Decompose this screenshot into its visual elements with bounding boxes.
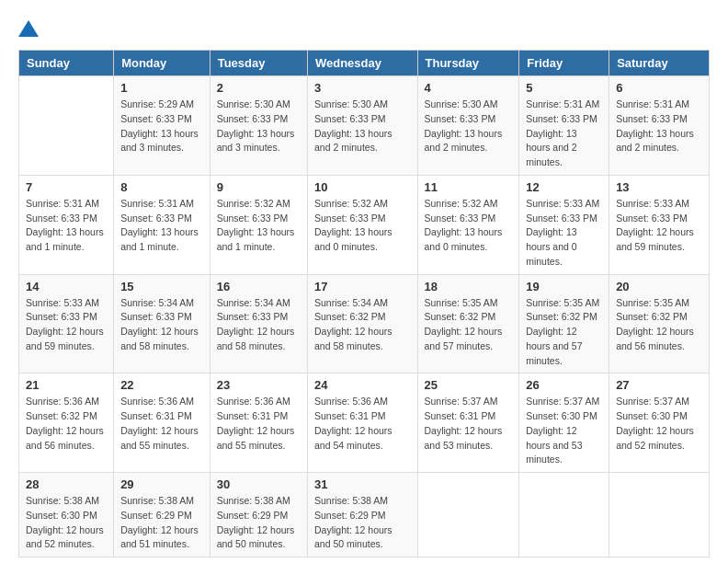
calendar-cell: 17Sunrise: 5:34 AMSunset: 6:32 PMDayligh… bbox=[307, 274, 417, 373]
calendar-cell: 18Sunrise: 5:35 AMSunset: 6:32 PMDayligh… bbox=[417, 274, 519, 373]
day-number: 21 bbox=[26, 378, 107, 392]
day-number: 17 bbox=[314, 280, 411, 293]
day-number: 12 bbox=[526, 180, 602, 194]
day-detail: Sunrise: 5:33 AMSunset: 6:33 PMDaylight:… bbox=[616, 197, 702, 255]
day-detail: Sunrise: 5:36 AMSunset: 6:32 PMDaylight:… bbox=[26, 395, 107, 453]
calendar-cell: 22Sunrise: 5:36 AMSunset: 6:31 PMDayligh… bbox=[114, 373, 210, 473]
calendar-cell: 1Sunrise: 5:29 AMSunset: 6:33 PMDaylight… bbox=[114, 76, 210, 176]
day-number: 14 bbox=[26, 280, 107, 293]
calendar-header-monday: Monday bbox=[114, 51, 210, 76]
day-number: 20 bbox=[616, 280, 702, 293]
day-number: 13 bbox=[616, 180, 702, 194]
calendar-cell: 14Sunrise: 5:33 AMSunset: 6:33 PMDayligh… bbox=[19, 274, 114, 373]
calendar-header-saturday: Saturday bbox=[609, 51, 710, 76]
day-detail: Sunrise: 5:33 AMSunset: 6:33 PMDaylight:… bbox=[526, 197, 602, 270]
day-number: 7 bbox=[26, 180, 107, 194]
calendar-cell: 8Sunrise: 5:31 AMSunset: 6:33 PMDaylight… bbox=[114, 175, 210, 274]
day-detail: Sunrise: 5:34 AMSunset: 6:33 PMDaylight:… bbox=[120, 296, 203, 354]
day-number: 10 bbox=[314, 180, 411, 194]
calendar-cell: 28Sunrise: 5:38 AMSunset: 6:30 PMDayligh… bbox=[19, 473, 114, 557]
day-detail: Sunrise: 5:32 AMSunset: 6:33 PMDaylight:… bbox=[217, 197, 301, 255]
calendar-cell: 12Sunrise: 5:33 AMSunset: 6:33 PMDayligh… bbox=[519, 175, 609, 274]
calendar-cell: 15Sunrise: 5:34 AMSunset: 6:33 PMDayligh… bbox=[114, 274, 210, 373]
calendar-table: SundayMondayTuesdayWednesdayThursdayFrid… bbox=[18, 50, 710, 557]
day-number: 29 bbox=[120, 477, 203, 491]
day-number: 23 bbox=[217, 378, 301, 392]
day-detail: Sunrise: 5:33 AMSunset: 6:33 PMDaylight:… bbox=[26, 296, 107, 354]
calendar-header-wednesday: Wednesday bbox=[307, 51, 417, 76]
calendar-cell: 10Sunrise: 5:32 AMSunset: 6:33 PMDayligh… bbox=[307, 175, 417, 274]
day-detail: Sunrise: 5:35 AMSunset: 6:32 PMDaylight:… bbox=[616, 296, 702, 354]
calendar-week-row: 7Sunrise: 5:31 AMSunset: 6:33 PMDaylight… bbox=[19, 175, 710, 274]
calendar-header-row: SundayMondayTuesdayWednesdayThursdayFrid… bbox=[19, 51, 710, 76]
calendar-cell: 30Sunrise: 5:38 AMSunset: 6:29 PMDayligh… bbox=[210, 473, 307, 557]
day-number: 26 bbox=[526, 378, 602, 392]
calendar-cell: 7Sunrise: 5:31 AMSunset: 6:33 PMDaylight… bbox=[19, 175, 114, 274]
calendar-cell: 3Sunrise: 5:30 AMSunset: 6:33 PMDaylight… bbox=[307, 76, 417, 176]
day-detail: Sunrise: 5:30 AMSunset: 6:33 PMDaylight:… bbox=[314, 98, 411, 155]
day-number: 5 bbox=[526, 81, 602, 95]
day-detail: Sunrise: 5:35 AMSunset: 6:32 PMDaylight:… bbox=[526, 296, 602, 369]
calendar-cell: 6Sunrise: 5:31 AMSunset: 6:33 PMDaylight… bbox=[609, 76, 710, 176]
calendar-cell: 4Sunrise: 5:30 AMSunset: 6:33 PMDaylight… bbox=[417, 76, 519, 176]
day-number: 25 bbox=[425, 378, 513, 392]
calendar-cell: 5Sunrise: 5:31 AMSunset: 6:33 PMDaylight… bbox=[519, 76, 609, 176]
calendar-cell: 16Sunrise: 5:34 AMSunset: 6:33 PMDayligh… bbox=[210, 274, 307, 373]
day-number: 9 bbox=[217, 180, 301, 194]
day-number: 28 bbox=[26, 477, 107, 491]
day-detail: Sunrise: 5:36 AMSunset: 6:31 PMDaylight:… bbox=[120, 395, 203, 453]
calendar-cell bbox=[417, 473, 519, 557]
calendar-week-row: 14Sunrise: 5:33 AMSunset: 6:33 PMDayligh… bbox=[19, 274, 710, 373]
svg-marker-0 bbox=[18, 20, 39, 37]
day-number: 3 bbox=[314, 81, 411, 95]
day-number: 2 bbox=[217, 81, 301, 95]
calendar-cell: 29Sunrise: 5:38 AMSunset: 6:29 PMDayligh… bbox=[114, 473, 210, 557]
day-number: 4 bbox=[425, 81, 513, 95]
day-number: 24 bbox=[314, 378, 411, 392]
calendar-cell: 23Sunrise: 5:36 AMSunset: 6:31 PMDayligh… bbox=[210, 373, 307, 473]
day-detail: Sunrise: 5:31 AMSunset: 6:33 PMDaylight:… bbox=[616, 98, 702, 155]
calendar-week-row: 21Sunrise: 5:36 AMSunset: 6:32 PMDayligh… bbox=[19, 373, 710, 473]
calendar-cell: 20Sunrise: 5:35 AMSunset: 6:32 PMDayligh… bbox=[609, 274, 710, 373]
calendar-cell: 24Sunrise: 5:36 AMSunset: 6:31 PMDayligh… bbox=[307, 373, 417, 473]
calendar-cell: 9Sunrise: 5:32 AMSunset: 6:33 PMDaylight… bbox=[210, 175, 307, 274]
day-detail: Sunrise: 5:31 AMSunset: 6:33 PMDaylight:… bbox=[120, 197, 203, 255]
day-number: 30 bbox=[217, 477, 301, 491]
day-number: 6 bbox=[616, 81, 702, 95]
day-detail: Sunrise: 5:36 AMSunset: 6:31 PMDaylight:… bbox=[217, 395, 301, 453]
day-detail: Sunrise: 5:37 AMSunset: 6:30 PMDaylight:… bbox=[616, 395, 702, 453]
calendar-cell: 21Sunrise: 5:36 AMSunset: 6:32 PMDayligh… bbox=[19, 373, 114, 473]
day-number: 1 bbox=[120, 81, 203, 95]
day-detail: Sunrise: 5:34 AMSunset: 6:32 PMDaylight:… bbox=[314, 296, 411, 354]
calendar-cell: 27Sunrise: 5:37 AMSunset: 6:30 PMDayligh… bbox=[609, 373, 710, 473]
day-number: 31 bbox=[314, 477, 411, 491]
day-number: 11 bbox=[425, 180, 513, 194]
day-detail: Sunrise: 5:30 AMSunset: 6:33 PMDaylight:… bbox=[217, 98, 301, 155]
day-detail: Sunrise: 5:38 AMSunset: 6:29 PMDaylight:… bbox=[120, 494, 203, 552]
calendar-cell: 26Sunrise: 5:37 AMSunset: 6:30 PMDayligh… bbox=[519, 373, 609, 473]
calendar-header-tuesday: Tuesday bbox=[210, 51, 307, 76]
day-number: 27 bbox=[616, 378, 702, 392]
logo-triangle-icon bbox=[18, 18, 39, 39]
calendar-cell: 11Sunrise: 5:32 AMSunset: 6:33 PMDayligh… bbox=[417, 175, 519, 274]
day-detail: Sunrise: 5:37 AMSunset: 6:30 PMDaylight:… bbox=[526, 395, 602, 467]
calendar-cell: 31Sunrise: 5:38 AMSunset: 6:29 PMDayligh… bbox=[307, 473, 417, 557]
day-detail: Sunrise: 5:32 AMSunset: 6:33 PMDaylight:… bbox=[314, 197, 411, 255]
day-detail: Sunrise: 5:36 AMSunset: 6:31 PMDaylight:… bbox=[314, 395, 411, 453]
day-detail: Sunrise: 5:31 AMSunset: 6:33 PMDaylight:… bbox=[26, 197, 107, 255]
day-number: 15 bbox=[120, 280, 203, 293]
calendar-cell: 19Sunrise: 5:35 AMSunset: 6:32 PMDayligh… bbox=[519, 274, 609, 373]
calendar-header-thursday: Thursday bbox=[417, 51, 519, 76]
day-number: 18 bbox=[425, 280, 513, 293]
logo bbox=[18, 18, 39, 35]
day-number: 19 bbox=[526, 280, 602, 293]
day-detail: Sunrise: 5:35 AMSunset: 6:32 PMDaylight:… bbox=[425, 296, 513, 354]
calendar-week-row: 1Sunrise: 5:29 AMSunset: 6:33 PMDaylight… bbox=[19, 76, 710, 176]
calendar-week-row: 28Sunrise: 5:38 AMSunset: 6:30 PMDayligh… bbox=[19, 473, 710, 557]
day-detail: Sunrise: 5:38 AMSunset: 6:29 PMDaylight:… bbox=[314, 494, 411, 552]
day-detail: Sunrise: 5:29 AMSunset: 6:33 PMDaylight:… bbox=[120, 98, 203, 155]
day-number: 16 bbox=[217, 280, 301, 293]
calendar-body: 1Sunrise: 5:29 AMSunset: 6:33 PMDaylight… bbox=[19, 76, 710, 557]
calendar-cell: 13Sunrise: 5:33 AMSunset: 6:33 PMDayligh… bbox=[609, 175, 710, 274]
day-detail: Sunrise: 5:31 AMSunset: 6:33 PMDaylight:… bbox=[526, 98, 602, 170]
